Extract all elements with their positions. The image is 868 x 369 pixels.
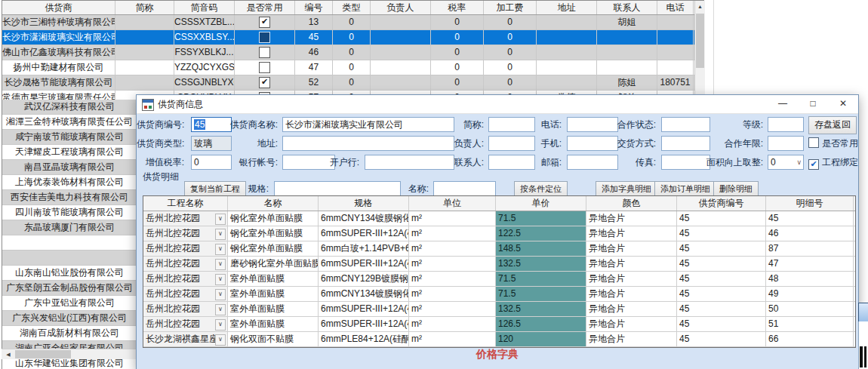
supplier-type-input[interactable]: 玻璃 [191, 136, 232, 151]
name-search-input[interactable] [433, 181, 496, 196]
supplier-list: 武汉亿深科技有限公司湘潭三金特种玻璃有限责任公司咸宁南玻节能玻璃有限公司天津耀皮… [2, 100, 137, 369]
is-common-checkbox[interactable]: 是否常用 [808, 136, 858, 151]
column-header: 联系人 [597, 1, 657, 14]
detail-row[interactable]: 岳州北控花园∨室外单面贴膜6mmCNY129B镀膜钢化m²71.5异地合片454… [143, 272, 855, 287]
table-row[interactable]: 长沙晟格节能玻璃有限公司CSSGJNBLYXGS52000陈姐180751 [2, 75, 703, 91]
maximize-button[interactable]: □ [798, 95, 828, 112]
unit-price-cell: 132.5 [496, 302, 586, 316]
scrollbar-thumb[interactable] [15, 350, 71, 358]
supplier-name-input[interactable]: 长沙市潇湘玻璃实业有限公司 [282, 117, 454, 132]
supplier-id-cell: 45 [677, 211, 766, 226]
address-input[interactable] [282, 136, 454, 151]
partial-window-titlebar [858, 303, 868, 322]
scrollbar-thumb[interactable] [696, 14, 704, 68]
grade-label: 等级: [691, 117, 763, 132]
spec-cell: 6mmCNY134镀膜钢化 [319, 211, 409, 226]
project-combo[interactable]: 长沙龙湖祺鑫星座∨ [143, 332, 228, 346]
dialog-title: 供货商信息 [158, 95, 203, 113]
unit-price-cell: 71.5 [496, 287, 586, 301]
pinyin-code-cell: CSSSXTZBL... [174, 15, 235, 29]
list-item[interactable]: 山东南山铝业股份有限公司 [2, 266, 137, 281]
list-item[interactable]: 广东兴发铝业(江西)有限公司 [2, 311, 137, 326]
common-checkbox[interactable] [259, 17, 270, 28]
list-item[interactable]: 武汉亿深科技有限公司 [2, 100, 137, 115]
list-item[interactable]: 南昌亚晶玻璃有限公司 [2, 160, 137, 175]
tax-rate-cell: 0 [431, 75, 484, 90]
phone-cell: 180751 [657, 75, 694, 90]
area-round-up-select[interactable]: 0∨ [768, 155, 804, 170]
id-cell: 47 [295, 60, 333, 75]
id-cell: 52 [295, 75, 333, 90]
list-item[interactable] [2, 251, 137, 266]
column-header: 编号 [295, 1, 333, 14]
scroll-up-icon[interactable]: ▲ [695, 1, 705, 12]
detail-row[interactable]: 岳州北控花园∨钢化室外单面贴膜6mmCNY134镀膜钢化m²71.5异地合片45… [143, 211, 855, 226]
vertical-scrollbar[interactable]: ▲ [694, 1, 705, 95]
supplier-id-cell: 45 [677, 317, 766, 331]
close-button[interactable]: ✕ [828, 95, 858, 112]
horizontal-scrollbar[interactable]: ◀ [2, 349, 136, 359]
project-combo[interactable]: 岳州北控花园∨ [143, 317, 228, 331]
save-return-button[interactable]: 存盘返回 [808, 116, 857, 134]
project-combo[interactable]: 岳州北控花园∨ [143, 287, 228, 301]
common-checkbox[interactable] [259, 32, 270, 43]
price-detail-grid: 工程名称名称规格单位单价颜色供货商编号明细号 岳州北控花园∨钢化室外单面贴膜6m… [143, 195, 856, 348]
spec-cell: 6mm白玻+1.14PVB+6mm... [319, 241, 409, 256]
minimize-button[interactable]: — [768, 95, 798, 112]
dialog-titlebar[interactable]: 供货商信息 — □ ✕ [137, 95, 858, 114]
project-combo[interactable]: 岳州北控花园∨ [143, 241, 228, 256]
item-name-cell: 钢化室外单面贴膜 [228, 211, 319, 226]
project-combo[interactable]: 岳州北控花园∨ [143, 257, 228, 271]
supplier-id-input[interactable]: 45 [191, 117, 232, 132]
detail-row[interactable]: 长沙龙湖祺鑫星座∨钢化双面不贴膜6mmPLE84+12A(硅酮胶...m²120… [143, 332, 855, 347]
table-row[interactable]: 长沙市潇湘玻璃实业有限公司CSSXXBLSY...45000 [2, 30, 703, 45]
detail-row[interactable]: 岳州北控花园∨室外单面贴膜6mmSUPER-III+12A(硅...m²132.… [143, 302, 855, 317]
table-row[interactable]: 佛山市亿鑫玻璃科技有限公司FSSYXBLKJ...46000 [2, 45, 703, 60]
list-item[interactable]: 西安佳吉美电力科技有限公司 [2, 190, 137, 205]
list-item[interactable]: 湖南百成新材料有限公司 [2, 326, 137, 341]
coop-years-input[interactable] [768, 136, 804, 151]
item-name-cell: 钢化双面不贴膜 [228, 332, 319, 346]
column-header: 规格 [319, 196, 409, 211]
project-combo[interactable]: 岳州北控花园∨ [143, 211, 228, 226]
vat-rate-input[interactable]: 0 [191, 155, 232, 170]
phone-cell [657, 30, 694, 45]
column-header: 类型 [333, 1, 371, 14]
common-checkbox[interactable] [259, 62, 270, 73]
project-combo[interactable]: 岳州北控花园∨ [143, 302, 228, 316]
project-bind-checkbox[interactable]: 工程绑定 [808, 155, 858, 170]
area-round-up-label: 面积向上取整: [691, 155, 763, 170]
project-combo[interactable]: 岳州北控花园∨ [143, 226, 228, 241]
detail-row[interactable]: 岳州北控花园∨室外单面贴膜6mmCNY134镀膜钢化m²71.5异地合片4549 [143, 287, 855, 302]
pinyin-code-cell: FSSYXBLKJ... [174, 45, 235, 60]
column-header: 工程名称 [143, 196, 228, 211]
supplier-type-label: 供货商类型: [137, 136, 184, 151]
list-item[interactable]: 天津耀皮工程玻璃有限公司 [2, 145, 137, 160]
table-row[interactable]: 扬州中勤建材有限公司YZZQJCYXGS47000 [2, 60, 703, 75]
list-item[interactable] [2, 235, 137, 251]
list-item[interactable]: 四川南玻节能玻璃有限公司 [2, 205, 137, 220]
grade-input[interactable] [768, 117, 804, 132]
table-row[interactable]: 长沙市三湘特种玻璃有限公司CSSSXTZBL...13000胡姐 [2, 15, 703, 30]
list-item[interactable]: 上海优泰装饰材料有限公司 [2, 175, 137, 190]
type-cell: 0 [333, 75, 371, 90]
detail-row[interactable]: 岳州北控花园∨钢化室外单面贴膜6mmSUPER-III+12A(硅...m²12… [143, 226, 855, 241]
list-item[interactable]: 咸宁南玻节能玻璃有限公司 [2, 130, 137, 145]
chevron-down-icon: ∨ [215, 334, 226, 346]
list-item[interactable]: 东晶玻璃厦门有限公司 [2, 220, 137, 235]
detail-row[interactable]: 岳州北控花园∨室外单面贴膜6mmSUPER-III+12A(硅...m²126.… [143, 317, 855, 332]
common-checkbox[interactable] [259, 47, 270, 58]
list-item[interactable]: 广东坚朗五金制品股份有限公司 [2, 281, 137, 296]
detail-row[interactable]: 岳州北控花园∨磨砂钢化室外单面贴膜6mmSUPER-III+12A(硅...m²… [143, 257, 855, 272]
list-item[interactable]: 湘潭三金特种玻璃有限责任公司 [2, 115, 137, 130]
spec-search-input[interactable] [274, 181, 401, 196]
column-header: 单价 [496, 196, 586, 211]
common-checkbox[interactable] [259, 77, 270, 88]
project-combo[interactable]: 岳州北控花园∨ [143, 272, 228, 286]
detail-row[interactable]: 岳州北控花园∨钢化室外单面贴膜6mm白玻+1.14PVB+6mm...m²148… [143, 241, 855, 257]
scroll-left-icon[interactable]: ◀ [3, 349, 14, 359]
contact-cell: 陈姐 [597, 75, 657, 90]
manager-cell [371, 30, 431, 45]
manager-cell [371, 60, 431, 75]
list-item[interactable]: 广东中亚铝业有限公司 [2, 296, 137, 311]
